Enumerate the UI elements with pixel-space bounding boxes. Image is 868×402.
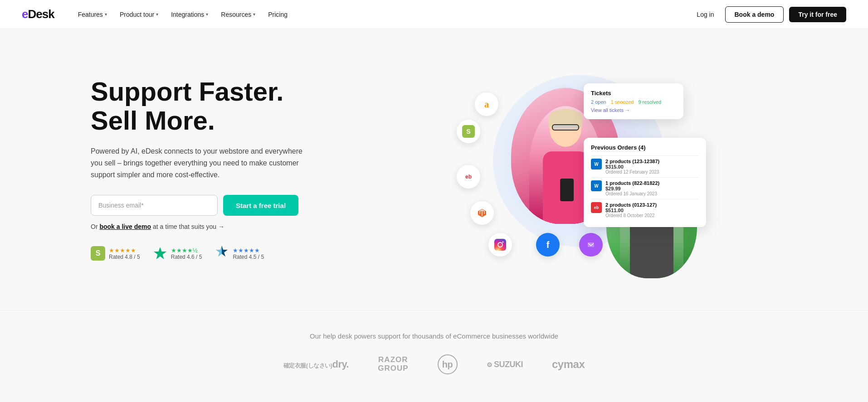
capterra-score: Rated 4.5 / 5 xyxy=(233,254,264,260)
ebay-icon: eb xyxy=(457,165,480,189)
demo-link-text: Or book a live demo at a time that suits… xyxy=(91,223,345,230)
trustpilot-score: Rated 4.6 / 5 xyxy=(171,254,202,260)
tickets-title: Tickets xyxy=(591,90,676,97)
hero-description: Powered by AI, eDesk connects to your we… xyxy=(91,145,308,180)
nav-integrations[interactable]: Integrations ▾ xyxy=(166,7,214,22)
brand-desk: Desk xyxy=(28,7,54,21)
svg-point-7 xyxy=(502,242,504,243)
chevron-down-icon: ▾ xyxy=(253,12,255,17)
order-name-2: 1 products (822-81822) xyxy=(605,180,699,186)
capterra-icon xyxy=(215,245,229,262)
illustration-container: a S eb xyxy=(448,56,711,283)
hero-title: Support Faster. Sell More. xyxy=(91,77,345,135)
svg-marker-2 xyxy=(216,246,222,257)
rating-shopify: S ★★★★★ Rated 4.8 / 5 xyxy=(91,246,140,261)
order-name-1: 2 products (123-12387) xyxy=(605,159,699,164)
walmart-logo-1: W xyxy=(591,159,602,170)
facebook-icon: f xyxy=(536,233,560,257)
navbar: eDesk Features ▾ Product tour ▾ Integrat… xyxy=(0,0,868,29)
trustpilot-stars: ★★★★½ xyxy=(171,247,202,254)
order-price-2: $29.99 xyxy=(605,186,699,191)
orders-title: Previous Orders (4) xyxy=(591,144,699,151)
svg-rect-5 xyxy=(494,239,506,251)
order-row-2: W 1 products (822-81822) $29.99 Ordered … xyxy=(591,177,699,199)
book-demo-link[interactable]: book a live demo xyxy=(99,223,151,230)
chevron-down-icon: ▾ xyxy=(156,12,158,17)
order-price-1: $315.00 xyxy=(605,164,699,170)
trustpilot-icon xyxy=(153,246,167,261)
capterra-stars: ★★★★★ xyxy=(233,247,264,254)
nav-features[interactable]: Features ▾ xyxy=(73,7,112,22)
nav-links: Features ▾ Product tour ▾ Integrations ▾… xyxy=(73,7,692,22)
brand-bar: Our help desk powers support for thousan… xyxy=(0,310,868,392)
email-input[interactable] xyxy=(91,195,218,216)
nav-pricing[interactable]: Pricing xyxy=(263,7,293,22)
svg-marker-0 xyxy=(154,247,166,259)
rating-capterra: ★★★★★ Rated 4.5 / 5 xyxy=(215,245,264,262)
order-date-2: Ordered 16 January 2023 xyxy=(605,191,699,196)
try-free-button[interactable]: Try it for free xyxy=(789,7,846,22)
chevron-down-icon: ▾ xyxy=(105,12,107,17)
start-trial-button[interactable]: Start a free trial xyxy=(223,195,298,216)
tickets-card: Tickets 2 open 1 snoozed 9 resolved View… xyxy=(584,83,683,119)
order-row-1: W 2 products (123-12387) $315.00 Ordered… xyxy=(591,155,699,177)
hero-form: Start a free trial xyxy=(91,195,345,216)
nav-actions: Log in Book a demo Try it for free xyxy=(691,6,846,23)
chevron-down-icon: ▾ xyxy=(206,12,208,17)
shopify-icon: S xyxy=(91,246,105,261)
shopify-stars: ★★★★★ xyxy=(109,247,140,254)
snoozed-count: 1 snoozed xyxy=(611,99,634,105)
brand-logo[interactable]: eDesk xyxy=(22,7,54,21)
orders-card: Previous Orders (4) W 2 products (123-12… xyxy=(584,138,706,227)
nav-resources[interactable]: Resources ▾ xyxy=(215,7,261,22)
order-date-1: Ordered 12 February 2023 xyxy=(605,170,699,174)
hero-illustration: a S eb xyxy=(345,56,814,283)
brand-logos-row: 確定衣服(しなさい)dry. RAZOR GROUP hp ⚙SUZUKI cy… xyxy=(0,354,868,374)
rating-trustpilot: ★★★★½ Rated 4.6 / 5 xyxy=(153,246,202,261)
amazon-icon: a xyxy=(475,92,498,116)
magento-icon xyxy=(470,201,494,225)
walmart-logo-2: W xyxy=(591,180,602,191)
message-icon xyxy=(579,233,603,257)
suzuki-logo: ⚙SUZUKI xyxy=(487,360,523,369)
hero-content: Support Faster. Sell More. Powered by AI… xyxy=(91,77,345,262)
cymax-logo: cymax xyxy=(552,358,585,371)
ticket-stats: 2 open 1 snoozed 9 resolved xyxy=(591,99,676,105)
brand-e: e xyxy=(22,7,28,21)
view-all-tickets[interactable]: View all tickets → xyxy=(591,107,676,113)
razor-group-logo: RAZOR GROUP xyxy=(378,356,408,373)
hero-section: Support Faster. Sell More. Powered by AI… xyxy=(0,29,868,310)
ratings-row: S ★★★★★ Rated 4.8 / 5 ★★★★½ Rated 4.6 / … xyxy=(91,245,345,262)
order-name-3: 2 products (0123-127) xyxy=(605,202,699,208)
order-row-3: eb 2 products (0123-127) $511.00 Ordered… xyxy=(591,199,699,221)
order-date-3: Ordered 8 October 2022 xyxy=(605,213,699,218)
login-button[interactable]: Log in xyxy=(691,7,719,22)
resolved-count: 9 resolved xyxy=(638,99,661,105)
order-price-3: $511.00 xyxy=(605,208,699,213)
book-demo-button[interactable]: Book a demo xyxy=(725,6,784,23)
shopify-score: Rated 4.8 / 5 xyxy=(109,254,140,260)
brand-bar-tagline: Our help desk powers support for thousan… xyxy=(0,332,868,340)
superdry-logo: 確定衣服(しなさい)dry. xyxy=(283,358,349,370)
svg-marker-3 xyxy=(222,246,228,257)
shopify-icon: S xyxy=(457,120,480,143)
nav-product-tour[interactable]: Product tour ▾ xyxy=(114,7,164,22)
ebay-logo: eb xyxy=(591,202,602,213)
hp-logo: hp xyxy=(438,354,458,374)
open-count: 2 open xyxy=(591,99,606,105)
instagram-icon xyxy=(488,233,512,257)
